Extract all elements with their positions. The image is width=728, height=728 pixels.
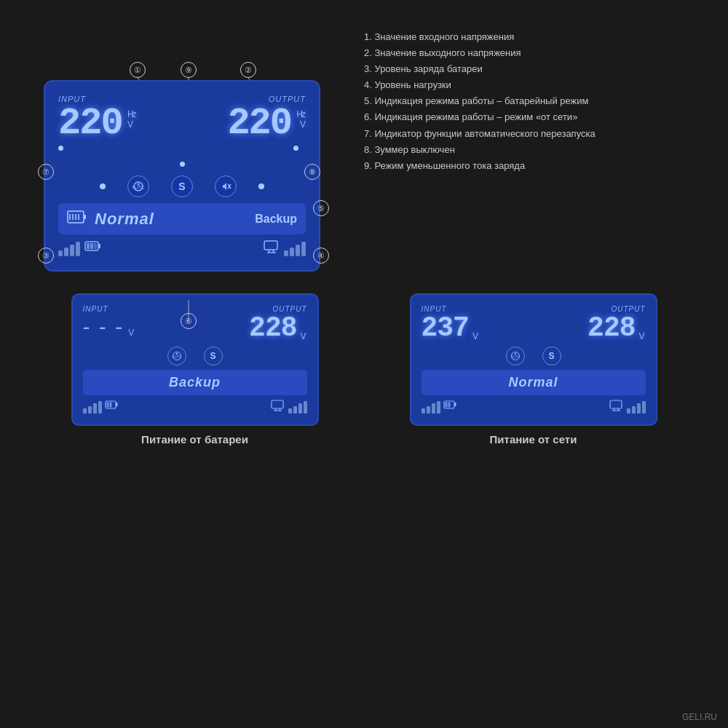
svg-text:AUTO: AUTO [172,355,181,359]
input-value: 220 HzV [58,105,122,143]
status-text: Normal [95,210,154,229]
br-status-text: Normal [508,375,558,390]
bl-input-dashes: - - - [83,314,124,339]
br-input-unit: V [472,332,478,341]
bl-wave-4 [98,401,102,414]
annotation-9: ⑨ [181,62,197,78]
bl-wave-3 [93,403,97,414]
legend-item-8: 8. Зуммер выключен [364,142,706,158]
br-load-wave-1 [627,408,630,414]
legend-item-9: 9. Режим уменьшенного тока заряда [364,158,706,174]
annotation-4: ④ [313,248,329,264]
br-status-bar: Normal [422,370,646,395]
br-battery-group [422,400,458,414]
main-panel: INPUT 220 HzV OUTPUT 220 [44,80,320,272]
svg-rect-22 [87,243,90,249]
br-output-value: 228 V [587,314,635,342]
battery-bar-group [58,240,102,257]
input-indicator-dot [58,146,63,151]
bottom-right-wrapper: INPUT 237 V OUTPUT 228 V [410,293,657,446]
annotation-2: ② [240,62,256,78]
bottom-right-panel: INPUT 237 V OUTPUT 228 V [410,293,657,426]
br-load-wave-3 [637,403,641,414]
left-side-dot [100,183,106,189]
svg-rect-36 [272,400,283,408]
icons-row: AUTO S [58,175,306,197]
status-bar: Normal Backup [58,203,306,234]
svg-rect-33 [116,403,118,406]
br-load-group [609,400,646,414]
output-indicator-dot [293,146,298,151]
bl-output-unit: V [300,332,305,341]
legend-item-6: 6. Индикация режима работы – режим «от с… [364,109,706,125]
annotation-8: ⑧ [304,164,320,180]
legend-item-4: 4. Уровень нагрузки [364,77,706,93]
wave-bar-4 [76,242,80,256]
svg-rect-35 [109,403,111,408]
bottom-left-panel: INPUT - - - V OUTPUT 228 V [71,293,319,426]
bl-battery-group [83,400,119,414]
annotation-3: ③ [38,248,54,264]
battery-rect-icon [84,240,102,257]
input-half: INPUT 220 HzV [58,95,177,151]
br-auto-icon: AUTO [506,347,525,365]
br-wave-2 [427,406,430,414]
battery-waves [58,242,80,256]
load-wave-bar-4 [301,242,306,256]
br-battery-waves [422,401,440,414]
svg-rect-21 [98,244,100,248]
annotation-7: ⑦ [38,164,54,180]
br-monitor-icon [609,400,624,414]
bl-bars-row [83,400,307,414]
br-input-half: INPUT 237 V [422,305,529,342]
monitor-icon [264,240,280,257]
annotation-1: ① [130,62,146,78]
legend-item-2: 2. Значение выходного напряжения [364,45,706,61]
right-side-dot [258,183,264,189]
bl-output-half: OUTPUT 228 V [199,305,307,342]
bl-load-wave-2 [293,406,297,414]
br-load-wave-4 [642,401,646,414]
svg-rect-46 [448,403,450,408]
wave-bar-3 [70,245,74,256]
wave-bar-1 [58,250,63,256]
mute-icon [215,175,237,197]
bl-auto-icon: AUTO [167,347,186,365]
br-wave-1 [422,408,425,414]
main-panel-wrapper: ① ⑨ ② ⑦ ⑧ ⑤ ③ ④ ⑥ [22,22,342,272]
output-half: OUTPUT 220 HzV [187,95,306,151]
load-wave-bar-2 [290,248,294,256]
wave-bar-2 [64,248,68,256]
bl-load-wave-3 [298,403,302,414]
bars-row [58,240,306,257]
bl-icons-row: AUTO S [83,347,307,365]
svg-rect-25 [264,241,277,250]
br-caption: Питание от сети [410,433,657,446]
legend-item-5: 5. Индикация режима работы – батарейный … [364,93,706,109]
svg-rect-24 [94,243,97,249]
bl-output-value: 228 V [249,314,296,342]
bl-input-v: V [128,328,134,338]
bl-load-waves [288,401,307,414]
battery-envelope-icon [67,209,87,229]
load-wave-bar-3 [296,245,300,256]
br-bars-row [422,400,646,414]
svg-text:AUTO: AUTO [510,355,520,359]
bl-load-wave-1 [288,408,292,414]
annotation-5: ⑤ [313,200,329,216]
center-dot-row [58,157,306,170]
center-dot [180,162,185,167]
svg-text:AUTO: AUTO [132,185,144,190]
br-input-value: 237 V [422,314,469,342]
svg-point-42 [514,353,515,355]
br-wave-3 [432,403,435,414]
br-output-unit: V [638,332,644,341]
hz-unit-output: HzV [296,109,304,130]
bl-status-text: Backup [169,375,221,390]
hz-unit-input: HzV [127,109,135,130]
bl-load-wave-4 [304,401,307,414]
br-s-icon: S [542,347,561,365]
svg-point-11 [138,183,140,186]
bl-s-icon: S [204,347,223,365]
bl-input-label: INPUT [83,305,191,313]
